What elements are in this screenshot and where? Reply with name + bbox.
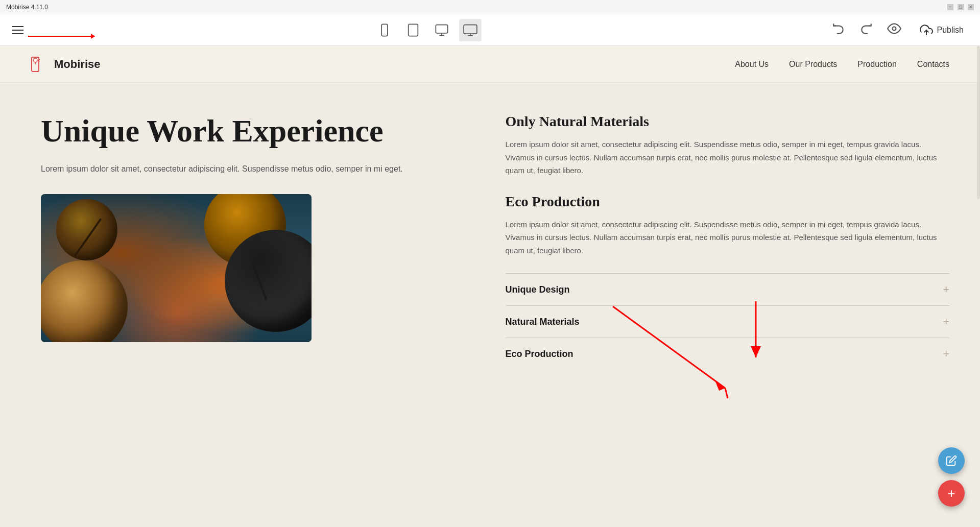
right-column: Only Natural Materials Lorem ipsum dolor… — [495, 113, 950, 491]
scroll-indicator — [977, 46, 980, 199]
desktop-icon — [463, 23, 477, 37]
eye-icon — [887, 21, 901, 36]
toolbar-right: Publish — [830, 19, 970, 41]
undo-button[interactable] — [830, 20, 847, 40]
accordion-item-3[interactable]: Eco Production + — [506, 338, 950, 370]
fab-add-button[interactable]: + — [938, 480, 965, 507]
toolbar: Publish — [0, 14, 980, 46]
hero-subtitle: Lorem ipsum dolor sit amet, consectetur … — [41, 162, 465, 176]
small-desktop-view-button[interactable] — [431, 19, 453, 41]
site-navigation: Mobirise About Us Our Products Productio… — [0, 46, 980, 83]
accordion-label-2: Natural Materials — [506, 317, 580, 327]
accordion-expand-icon-3: + — [943, 347, 949, 361]
accordion-label-3: Eco Production — [506, 349, 573, 360]
left-column: Unique Work Experience Lorem ipsum dolor… — [41, 113, 495, 491]
device-switcher — [373, 19, 482, 41]
hero-title: Unique Work Experience — [41, 113, 465, 148]
website-preview: Mobirise About Us Our Products Productio… — [0, 46, 980, 527]
svg-point-8 — [892, 27, 896, 30]
nav-contacts[interactable]: Contacts — [917, 60, 949, 69]
minimize-button[interactable]: − — [947, 4, 953, 10]
hero-image-inner — [41, 194, 312, 342]
bowl-decoration-1 — [56, 199, 117, 260]
svg-rect-2 — [409, 24, 418, 36]
svg-rect-0 — [381, 24, 388, 36]
main-content: Unique Work Experience Lorem ipsum dolor… — [0, 83, 980, 522]
publish-icon — [920, 23, 933, 37]
publish-button[interactable]: Publish — [914, 20, 970, 40]
preview-button[interactable] — [885, 19, 903, 41]
svg-rect-4 — [436, 25, 448, 33]
logo-text: Mobirise — [54, 58, 100, 71]
site-logo: Mobirise — [31, 55, 100, 74]
maximize-button[interactable]: □ — [958, 4, 964, 10]
undo-icon — [832, 22, 845, 35]
logo-icon — [31, 55, 49, 74]
pencil-icon — [946, 455, 957, 466]
accordion-label-1: Unique Design — [506, 284, 570, 295]
feature2-text: Lorem ipsum dolor sit amet, consectetur … — [506, 218, 950, 257]
nav-our-products[interactable]: Our Products — [789, 60, 837, 69]
close-button[interactable]: × — [968, 4, 974, 10]
redo-button[interactable] — [857, 20, 875, 40]
nav-about-us[interactable]: About Us — [735, 60, 769, 69]
desktop-view-button[interactable] — [459, 19, 482, 41]
svg-point-11 — [33, 58, 37, 62]
hero-image — [41, 194, 312, 342]
nav-production[interactable]: Production — [857, 60, 897, 69]
feature2-title: Eco Production — [506, 194, 950, 210]
fab-container: + — [938, 447, 965, 507]
hamburger-line-3 — [12, 33, 23, 34]
window-controls: − □ × — [947, 4, 974, 10]
our-team-section: Our Team — [0, 522, 980, 527]
feature1-text: Lorem ipsum dolor sit amet, consectetur … — [506, 138, 950, 177]
hamburger-line-1 — [12, 26, 23, 27]
tablet-view-button[interactable] — [402, 19, 424, 41]
nav-links: About Us Our Products Production Contact… — [735, 60, 949, 69]
annotation-arrow-horizontal — [28, 36, 94, 37]
app-title: Mobirise 4.11.0 — [6, 4, 48, 11]
hamburger-button[interactable] — [10, 24, 26, 36]
feature1-title: Only Natural Materials — [506, 113, 950, 130]
bowl-decoration-3 — [41, 260, 128, 342]
publish-label: Publish — [937, 26, 964, 35]
plus-icon: + — [947, 486, 955, 501]
fab-edit-button[interactable] — [938, 447, 965, 474]
accordion-expand-icon-1: + — [943, 283, 949, 296]
accordion-item-1[interactable]: Unique Design + — [506, 273, 950, 305]
toolbar-left — [10, 24, 26, 36]
small-desktop-icon — [435, 23, 449, 37]
title-bar: Mobirise 4.11.0 − □ × — [0, 0, 980, 14]
redo-icon — [859, 22, 873, 35]
svg-line-15 — [38, 60, 40, 61]
accordion-item-2[interactable]: Natural Materials + — [506, 305, 950, 338]
mobile-view-button[interactable] — [373, 19, 396, 41]
svg-rect-7 — [464, 25, 477, 34]
tablet-icon — [406, 23, 420, 37]
accordion-expand-icon-2: + — [943, 315, 949, 328]
mobile-icon — [377, 23, 392, 37]
hamburger-line-2 — [12, 30, 23, 31]
